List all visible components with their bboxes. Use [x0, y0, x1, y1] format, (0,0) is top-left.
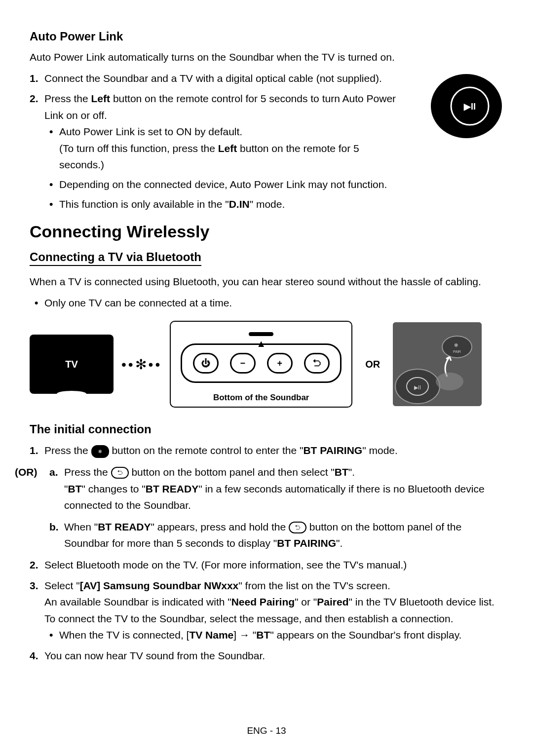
ic-step-a: a. Press the ⮌ button on the bottom pane…: [64, 464, 503, 514]
bluetooth-icon: ••✻••: [121, 356, 162, 373]
ic-or-steps: (OR) a. Press the ⮌ button on the bottom…: [44, 464, 503, 552]
apl-bullet-3: This function is only available in the "…: [59, 196, 405, 213]
ic-step-3: 3. Select "[AV] Samsung Soundbar NWxxx" …: [44, 577, 503, 643]
ic-step-2: 2. Select Bluetooth mode on the TV. (For…: [44, 557, 503, 573]
apl-bullet-2: Depending on the connected device, Auto …: [59, 176, 405, 193]
source-icon: ⮌: [304, 353, 330, 374]
apl-bullet-1: Auto Power Link is set to ON by default.…: [59, 123, 405, 173]
connecting-tv-bt-heading: Connecting a TV via Bluetooth: [30, 250, 201, 266]
tv-illustration: TV: [30, 335, 114, 394]
apl-step-2: 2. Press the Left button on the remote c…: [44, 90, 503, 212]
cw-bullet-1: Only one TV can be connected at a time.: [44, 295, 503, 311]
minus-icon: −: [230, 353, 256, 374]
svg-text:▶II: ▶II: [414, 384, 421, 390]
apl-sub-bullets: Auto Power Link is set to ON by default.…: [44, 123, 405, 212]
ic-step-4: 4. You can now hear TV sound from the So…: [44, 647, 503, 664]
ic-step-b: b. When "BT READY" appears, press and ho…: [64, 519, 503, 552]
connecting-wirelessly-heading: Connecting Wirelessly: [30, 222, 503, 241]
plus-icon: +: [267, 353, 293, 374]
or-indicator: (OR): [15, 464, 38, 481]
ic-step3-bullets: When the TV is connected, [TV Name] → "B…: [44, 627, 503, 643]
or-label: OR: [365, 359, 380, 370]
cw-intro: When a TV is connected using Bluetooth, …: [30, 274, 503, 290]
source-button-icon: ⮌: [111, 467, 129, 479]
page-footer: ENG - 13: [0, 725, 533, 736]
svg-text:PAIR: PAIR: [453, 350, 461, 353]
soundbar-illustration: ▲ ⏻ − + ⮌ Bottom of the Soundbar: [170, 321, 352, 408]
bt-connection-diagram: TV ••✻•• ▲ ⏻ − + ⮌ Bottom of the Soundba…: [30, 321, 503, 408]
apl-step-1: 1. Connect the Soundbar and a TV with a …: [44, 70, 503, 87]
ic-step3-bullet: When the TV is connected, [TV Name] → "B…: [59, 627, 503, 643]
svg-point-10: [436, 373, 463, 390]
svg-text:✻: ✻: [454, 342, 458, 348]
power-icon: ⏻: [193, 353, 219, 374]
initial-connection-heading: The initial connection: [30, 422, 503, 436]
auto-power-link-steps: 1. Connect the Soundbar and a TV with a …: [30, 70, 503, 213]
cw-bullets: Only one TV can be connected at a time.: [30, 295, 503, 311]
initial-connection-steps: 1. Press the ✻ button on the remote cont…: [30, 442, 503, 664]
soundbar-caption: Bottom of the Soundbar: [176, 393, 346, 403]
auto-power-link-heading: Auto Power Link: [30, 30, 503, 43]
ic-step-1: 1. Press the ✻ button on the remote cont…: [44, 442, 503, 552]
auto-power-link-section: Auto Power Link Auto Power Link automati…: [30, 30, 503, 212]
remote-pair-illustration: ▶II ✻ PAIR: [393, 322, 482, 406]
pair-button-icon: ✻: [91, 445, 109, 458]
source-button-icon: ⮌: [289, 522, 306, 533]
auto-power-link-intro: Auto Power Link automatically turns on t…: [30, 49, 503, 65]
